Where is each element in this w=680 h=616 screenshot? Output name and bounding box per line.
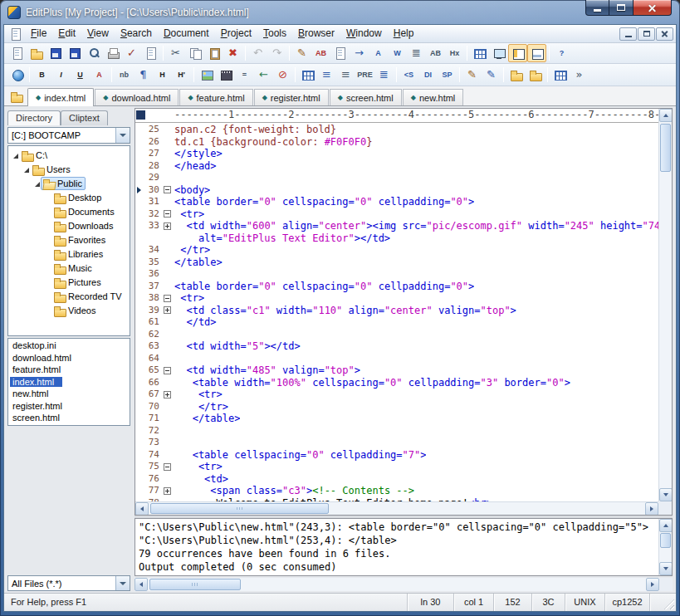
italic-button[interactable]: I bbox=[51, 66, 71, 84]
mdi-minimize-button[interactable] bbox=[619, 27, 637, 41]
file-filter[interactable]: All Files (*.*) bbox=[7, 575, 130, 591]
code-line-67[interactable]: 67 <tr> bbox=[135, 389, 658, 401]
menu-search[interactable]: Search bbox=[115, 25, 158, 42]
code-line-38[interactable]: 38 <tr> bbox=[135, 292, 658, 305]
code-line-33[interactable]: 33 <td width="600" align="center"><img s… bbox=[135, 220, 658, 232]
menu-browser[interactable]: Browser bbox=[292, 25, 340, 42]
scroll-up-button[interactable] bbox=[659, 109, 673, 122]
drive-dropdown-button[interactable] bbox=[115, 128, 130, 143]
tree-item-music[interactable]: Music bbox=[8, 261, 130, 275]
open-file-button[interactable] bbox=[27, 44, 46, 62]
code-line-62[interactable]: 62 bbox=[135, 329, 658, 341]
format-text-button[interactable]: A bbox=[369, 44, 388, 62]
code-line-71[interactable]: 71 </table> bbox=[135, 413, 658, 425]
file-item-new-html[interactable]: new.html bbox=[8, 388, 130, 400]
maximize-button[interactable] bbox=[609, 0, 633, 16]
insert-link-button[interactable]: ← bbox=[254, 66, 273, 84]
scroll-thumb[interactable] bbox=[149, 579, 241, 590]
strike-tag-button[interactable]: <S bbox=[399, 66, 418, 84]
code-line-25[interactable]: 25span.c2 {font-weight: bold} bbox=[135, 124, 658, 136]
tree-item-videos[interactable]: Videos bbox=[8, 303, 130, 317]
output-vertical-scrollbar[interactable] bbox=[658, 519, 672, 575]
tab-register-html[interactable]: ◆register.html bbox=[254, 89, 329, 105]
hex-viewer-button[interactable]: Hx bbox=[445, 44, 464, 62]
title-bar[interactable]: EditPlus [My Project] - [C:\Users\Public… bbox=[0, 0, 680, 24]
insert-image-button[interactable] bbox=[197, 66, 216, 84]
output-horizontal-scrollbar[interactable] bbox=[135, 578, 673, 591]
code-line-74[interactable]: 74 <table cellspacing="0" cellpadding="7… bbox=[135, 449, 658, 462]
tree-item-downloads[interactable]: Downloads bbox=[8, 218, 130, 232]
scroll-right-button[interactable] bbox=[646, 578, 659, 591]
tab-new-html[interactable]: ◆new.html bbox=[403, 89, 464, 105]
code-line-wrap[interactable]: alt="EditPlus Text Editor"></td> bbox=[135, 232, 658, 245]
filter-dropdown-button[interactable] bbox=[115, 576, 130, 590]
scroll-thumb[interactable] bbox=[660, 124, 671, 172]
span-tag-button[interactable]: SP bbox=[438, 66, 457, 84]
tree-item-libraries[interactable]: Libraries bbox=[8, 247, 130, 261]
full-screen-button[interactable] bbox=[489, 44, 508, 62]
redo-button[interactable]: ↷ bbox=[267, 44, 286, 62]
ruler[interactable]: ---------1---------2---------3---------4… bbox=[174, 109, 658, 122]
code-line-73[interactable]: 73 bbox=[135, 437, 658, 449]
menu-window[interactable]: Window bbox=[340, 25, 388, 42]
output-line[interactable]: 79 occurrences have been found in 6 file… bbox=[139, 547, 658, 560]
code-line-76[interactable]: 76 <td> bbox=[135, 473, 658, 486]
bullet-list-button[interactable]: ≣ bbox=[374, 66, 394, 84]
code-line-32[interactable]: 32 <tr> bbox=[135, 208, 658, 221]
horizontal-rule-button[interactable]: = bbox=[235, 66, 254, 84]
resize-grip[interactable] bbox=[663, 594, 676, 611]
menu-help[interactable]: Help bbox=[388, 25, 420, 42]
file-item-index-html[interactable]: index.html bbox=[8, 376, 130, 389]
font-button[interactable]: A bbox=[90, 66, 109, 84]
editor-vertical-scrollbar[interactable] bbox=[658, 109, 672, 501]
menu-edit[interactable]: Edit bbox=[52, 25, 81, 42]
toggle-directory-window-button[interactable] bbox=[508, 44, 527, 62]
code-line-70[interactable]: 70 </tr> bbox=[135, 401, 658, 413]
save-file-button[interactable] bbox=[46, 44, 65, 62]
code-line-36[interactable]: 36 bbox=[135, 268, 658, 281]
tree-item-public[interactable]: Public bbox=[8, 176, 130, 190]
delete-button[interactable]: ✖ bbox=[223, 44, 242, 62]
file-item-download-html[interactable]: download.html bbox=[8, 352, 130, 364]
bold-button[interactable]: B bbox=[32, 66, 51, 84]
scroll-down-button[interactable] bbox=[659, 562, 673, 575]
code-line-61[interactable]: 61 </td> bbox=[135, 316, 658, 329]
spell-check-button[interactable]: ✓ bbox=[122, 44, 141, 62]
scroll-track[interactable] bbox=[148, 578, 646, 591]
copy-button[interactable] bbox=[185, 44, 204, 62]
view-in-browser-button[interactable] bbox=[7, 66, 27, 84]
output-text[interactable]: "C:\Users\Public\new.html"(243,3): <tabl… bbox=[135, 519, 658, 575]
scroll-thumb[interactable] bbox=[150, 503, 329, 514]
char-map-button[interactable] bbox=[550, 66, 570, 84]
code-line-39[interactable]: 39 <td class="c1" width="110" align="cen… bbox=[135, 305, 658, 317]
save-cliptext-button[interactable] bbox=[526, 66, 545, 84]
code-line-63[interactable]: 63 <td width="5"></td> bbox=[135, 340, 658, 353]
toolbar-options-button[interactable]: » bbox=[570, 66, 589, 84]
sidebar-tab-cliptext[interactable]: Cliptext bbox=[61, 110, 108, 125]
print-preview-button[interactable] bbox=[84, 44, 103, 62]
undo-button[interactable]: ↶ bbox=[248, 44, 267, 62]
code-line-30[interactable]: 30<body> bbox=[135, 184, 658, 197]
load-cliptext-button[interactable] bbox=[506, 66, 526, 84]
tree-item-recorded-tv[interactable]: Recorded TV bbox=[8, 289, 130, 303]
sidebar-tab-directory[interactable]: Directory bbox=[7, 110, 61, 125]
code-line-35[interactable]: 35</table> bbox=[135, 257, 658, 269]
drive-selector[interactable]: [C:] BOOTCAMP bbox=[7, 127, 130, 144]
mdi-close-button[interactable] bbox=[656, 27, 673, 41]
scroll-left-button[interactable] bbox=[135, 502, 149, 516]
preformatted-button[interactable]: PRE bbox=[355, 66, 374, 84]
file-item-desktop-ini[interactable]: desktop.ini bbox=[8, 340, 130, 352]
scroll-track[interactable] bbox=[149, 502, 645, 515]
line-break-button[interactable]: ¶ bbox=[134, 66, 153, 84]
code-line-65[interactable]: 65 <td width="485" valign="top"> bbox=[135, 364, 658, 377]
insert-media-button[interactable] bbox=[216, 66, 235, 84]
menu-project[interactable]: Project bbox=[215, 25, 257, 42]
menu-file[interactable]: File bbox=[25, 25, 52, 42]
code-area[interactable]: 25span.c2 {font-weight: bold}26td.c1 {ba… bbox=[135, 123, 658, 501]
code-line-72[interactable]: 72 bbox=[135, 425, 658, 438]
save-all-button[interactable] bbox=[65, 44, 84, 62]
tab-download-html[interactable]: ◆download.html bbox=[95, 89, 179, 105]
tree-item-favorites[interactable]: Favorites bbox=[8, 232, 130, 247]
menu-view[interactable]: View bbox=[81, 25, 115, 42]
file-item-feature-html[interactable]: feature.html bbox=[8, 364, 130, 376]
